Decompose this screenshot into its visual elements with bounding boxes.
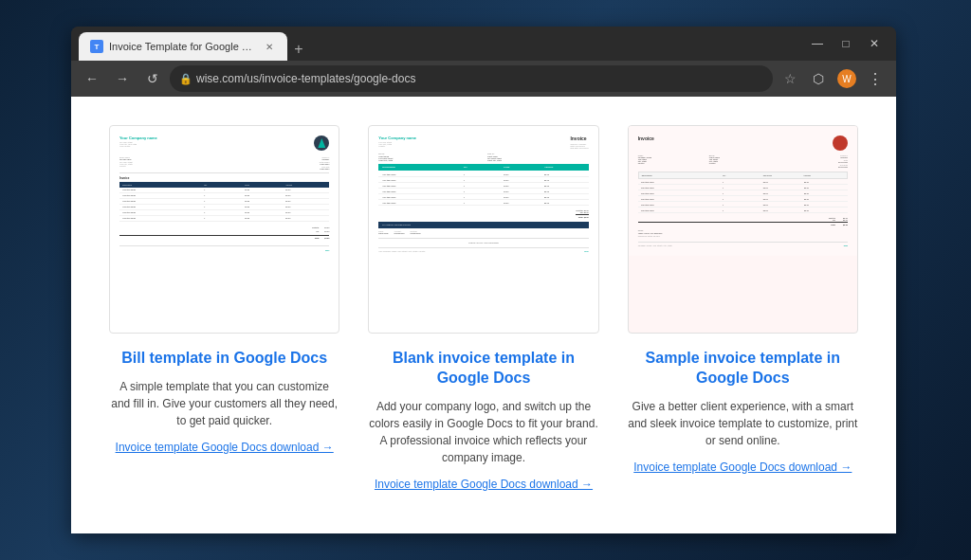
tab-favicon: T — [90, 40, 103, 53]
lock-icon: 🔒 — [179, 73, 191, 84]
desktop: T Invoice Template for Google Do... ✕ + … — [0, 0, 971, 560]
invoice-preview-1: Your Company name 123 Your Street Your C… — [109, 125, 339, 334]
card-3-description: Give a better client experience, with a … — [628, 398, 858, 449]
tabs-area: T Invoice Template for Google Do... ✕ + — [79, 27, 803, 61]
t1-company-name: Your Company name — [119, 135, 157, 140]
url-text: wise.com/us/invoice-templates/google-doc… — [196, 72, 763, 85]
page-content: Your Company name 123 Your Street Your C… — [71, 97, 896, 533]
page-inner: Your Company name 123 Your Street Your C… — [71, 97, 896, 519]
profile-icon[interactable]: W — [834, 65, 860, 92]
cards-grid: Your Company name 123 Your Street Your C… — [109, 125, 858, 491]
tab-title: Invoice Template for Google Do... — [109, 41, 257, 52]
nav-actions: ☆ ⬡ W ⋮ — [777, 65, 889, 92]
title-bar: T Invoice Template for Google Do... ✕ + … — [71, 27, 896, 61]
card-sample-invoice: Invoice From: Company Name 123 Street Ci… — [628, 125, 858, 491]
t3-invoice-title: Invoice — [638, 135, 654, 141]
tab-close-button[interactable]: ✕ — [263, 40, 276, 53]
close-button[interactable]: ✕ — [860, 29, 889, 58]
minimize-button[interactable]: — — [803, 29, 832, 58]
refresh-button[interactable]: ↺ — [139, 65, 166, 92]
card-1-description: A simple template that you can customize… — [109, 378, 339, 429]
forward-button[interactable]: → — [109, 65, 136, 92]
bookmark-star-icon[interactable]: ☆ — [777, 65, 803, 92]
address-bar[interactable]: 🔒 wise.com/us/invoice-templates/google-d… — [170, 65, 773, 92]
menu-icon[interactable]: ⋮ — [862, 65, 889, 92]
card-1-title: Bill template in Google Docs — [109, 349, 339, 369]
card-2-download-link[interactable]: Invoice template Google Docs download → — [368, 478, 598, 491]
card-blank-invoice: Your Company name 123 Your Street Your C… — [368, 125, 598, 491]
template-3-preview: Invoice From: Company Name 123 Street Ci… — [629, 126, 857, 256]
active-tab[interactable]: T Invoice Template for Google Do... ✕ — [79, 32, 287, 61]
card-2-description: Add your company logo, and switch up the… — [368, 398, 598, 466]
browser-window: T Invoice Template for Google Do... ✕ + … — [71, 27, 896, 533]
back-button[interactable]: ← — [79, 65, 105, 92]
t2-invoice-title: Invoice — [570, 135, 588, 141]
extension-icon[interactable]: ⬡ — [805, 65, 832, 92]
card-3-title: Sample invoice template in Google Docs — [628, 349, 858, 388]
template-2-preview: Your Company name 123 Your Street Your C… — [369, 126, 597, 262]
invoice-preview-3: Invoice From: Company Name 123 Street Ci… — [628, 125, 858, 334]
maximize-button[interactable]: □ — [832, 29, 860, 58]
card-3-download-link[interactable]: Invoice template Google Docs download → — [628, 461, 858, 474]
t2-company-name: Your Company name — [378, 135, 416, 140]
window-actions: — □ ✕ — [803, 29, 889, 58]
template-1-preview: Your Company name 123 Your Street Your C… — [110, 126, 339, 261]
card-1-download-link[interactable]: Invoice template Google Docs download → — [109, 441, 339, 454]
card-2-title: Blank invoice template in Google Docs — [368, 349, 598, 388]
nav-bar: ← → ↺ 🔒 wise.com/us/invoice-templates/go… — [71, 61, 896, 97]
t2-payment-bar: PAYMENT INFORMATION — [378, 222, 588, 228]
invoice-preview-2: Your Company name 123 Your Street Your C… — [368, 125, 598, 334]
new-tab-button[interactable]: + — [287, 38, 310, 61]
card-bill-template: Your Company name 123 Your Street Your C… — [109, 125, 339, 491]
